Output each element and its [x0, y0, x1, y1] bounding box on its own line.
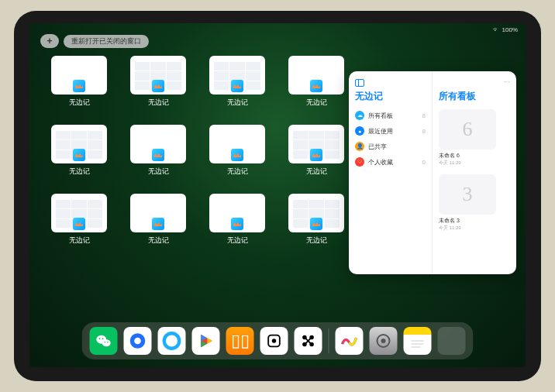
window-thumbnail[interactable]: 无边记 — [51, 125, 107, 177]
freeform-app-icon — [73, 80, 85, 92]
row-icon: ☁ — [355, 111, 364, 120]
board-card[interactable]: 6未命名 6今天 11:29 — [439, 109, 496, 167]
svg-point-2 — [99, 338, 101, 339]
svg-point-4 — [105, 342, 105, 342]
svg-point-7 — [134, 338, 141, 345]
dock-separator — [329, 328, 329, 353]
thumbnail-label: 无边记 — [306, 98, 327, 108]
board-thumbnail: 3 — [439, 174, 496, 215]
row-label: 个人收藏 — [368, 158, 419, 167]
dock-app-browser[interactable] — [158, 327, 186, 355]
more-icon[interactable]: ··· — [504, 77, 510, 86]
window-thumbnail[interactable]: 无边记 — [51, 56, 107, 108]
top-controls: + 重新打开已关闭的窗口 — [40, 34, 149, 48]
thumbnail-label: 无边记 — [306, 167, 327, 177]
window-thumbnail[interactable]: 无边记 — [209, 194, 265, 246]
board-name: 未命名 3 — [439, 217, 496, 225]
board-date: 今天 11:29 — [439, 225, 496, 232]
row-count: 8 — [422, 128, 426, 135]
board-name: 未命名 6 — [439, 152, 496, 160]
row-icon: 👤 — [355, 142, 364, 151]
thumbnail-label: 无边记 — [69, 98, 90, 108]
reopen-closed-window-button[interactable]: 重新打开已关闭的窗口 — [64, 35, 149, 48]
row-count: 0 — [422, 159, 426, 166]
window-grid: 无边记无边记无边记无边记无边记无边记无边记无边记无边记无边记无边记无边记 — [51, 56, 346, 246]
svg-point-3 — [102, 338, 104, 339]
freeform-app-icon — [231, 80, 243, 92]
window-thumbnail[interactable]: 无边记 — [209, 125, 265, 177]
sidebar-row[interactable]: ☁所有看板8 — [355, 108, 426, 123]
add-window-button[interactable]: + — [40, 34, 59, 48]
popover-sidebar: 无边记 ☁所有看板8●最近使用8👤已共享♡个人收藏0 — [349, 71, 433, 274]
freeform-app-icon — [310, 80, 322, 92]
freeform-app-icon — [231, 149, 243, 161]
status-bar: ᯤ 100% — [493, 26, 518, 33]
popover-content: ··· 所有看板 6未命名 6今天 11:293未命名 3今天 11:29 — [433, 71, 516, 274]
row-label: 所有看板 — [368, 112, 419, 120]
board-thumbnail: 6 — [439, 109, 496, 150]
dock-app-settings[interactable] — [370, 327, 398, 355]
row-icon: ♡ — [355, 157, 364, 167]
svg-point-1 — [102, 339, 111, 346]
row-count: 8 — [422, 112, 426, 119]
wifi-icon: ᯤ — [493, 26, 499, 33]
svg-marker-12 — [207, 338, 212, 343]
thumbnail-label: 无边记 — [306, 236, 327, 246]
thumbnail-label: 无边记 — [148, 167, 169, 177]
popover-title: 无边记 — [355, 90, 426, 103]
dock-app-apps[interactable] — [438, 327, 466, 355]
window-thumbnail[interactable]: 无边记 — [130, 125, 186, 177]
freeform-app-icon — [73, 218, 85, 230]
thumbnail-label: 无边记 — [69, 167, 90, 177]
thumbnail-label: 无边记 — [227, 236, 248, 246]
freeform-app-icon — [231, 218, 243, 230]
battery-indicator: 100% — [502, 26, 518, 33]
dock: ▯▯ — [82, 322, 474, 359]
freeform-app-icon — [73, 149, 85, 161]
sidebar-toggle-icon[interactable] — [355, 79, 364, 87]
dock-app-books[interactable]: ▯▯ — [226, 327, 254, 355]
window-thumbnail[interactable]: 无边记 — [130, 56, 186, 108]
freeform-app-icon — [310, 218, 322, 230]
dock-app-qq[interactable] — [124, 327, 152, 355]
window-thumbnail[interactable]: 无边记 — [51, 194, 107, 246]
freeform-app-icon — [310, 149, 322, 161]
popover-right-title: 所有看板 — [439, 90, 510, 103]
sidebar-row[interactable]: ♡个人收藏0 — [355, 154, 426, 170]
row-label: 已共享 — [368, 143, 422, 151]
screen: ᯤ 100% + 重新打开已关闭的窗口 无边记无边记无边记无边记无边记无边记无边… — [29, 23, 526, 367]
window-thumbnail[interactable]: 无边记 — [288, 56, 344, 108]
sidebar-row[interactable]: ●最近使用8 — [355, 123, 426, 139]
freeform-popover: 无边记 ☁所有看板8●最近使用8👤已共享♡个人收藏0 ··· 所有看板 6未命名… — [349, 71, 516, 274]
ipad-frame: ᯤ 100% + 重新打开已关闭的窗口 无边记无边记无边记无边记无边记无边记无边… — [14, 11, 541, 381]
svg-point-5 — [107, 342, 108, 342]
freeform-app-icon — [152, 149, 164, 161]
row-label: 最近使用 — [368, 127, 419, 136]
thumbnail-label: 无边记 — [148, 236, 169, 246]
thumbnail-label: 无边记 — [227, 167, 248, 177]
svg-point-22 — [381, 339, 386, 343]
dock-app-notes[interactable] — [404, 327, 432, 355]
sidebar-row[interactable]: 👤已共享 — [355, 139, 426, 154]
svg-point-8 — [164, 333, 180, 349]
svg-point-14 — [272, 339, 277, 343]
window-thumbnail[interactable]: 无边记 — [288, 194, 344, 246]
row-icon: ● — [355, 126, 364, 136]
board-card[interactable]: 3未命名 3今天 11:29 — [439, 174, 496, 232]
board-date: 今天 11:29 — [439, 160, 496, 167]
window-thumbnail[interactable]: 无边记 — [288, 125, 344, 177]
window-thumbnail[interactable]: 无边记 — [130, 194, 186, 246]
freeform-app-icon — [152, 80, 164, 92]
freeform-app-icon — [152, 218, 164, 230]
thumbnail-label: 无边记 — [148, 98, 169, 108]
thumbnail-label: 无边记 — [69, 236, 90, 246]
thumbnail-label: 无边记 — [227, 98, 248, 108]
dock-app-bw[interactable] — [260, 327, 288, 355]
dock-app-freeform[interactable] — [336, 327, 364, 355]
dock-app-wechat[interactable] — [90, 327, 118, 355]
dock-app-play[interactable] — [192, 327, 220, 355]
dock-app-dots[interactable] — [295, 327, 322, 355]
window-thumbnail[interactable]: 无边记 — [209, 56, 265, 108]
